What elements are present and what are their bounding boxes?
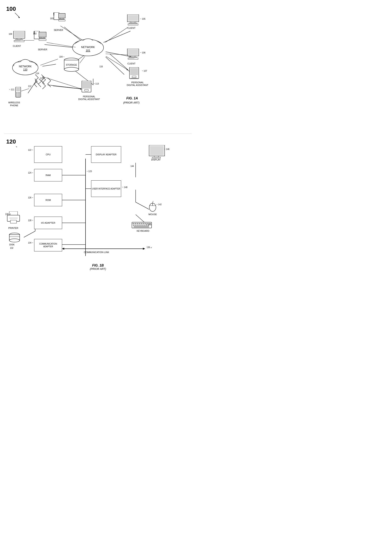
svg-rect-72	[129, 58, 130, 59]
svg-rect-58	[39, 39, 46, 41]
ref-105: ~ 105	[140, 18, 145, 20]
svg-rect-28	[129, 23, 136, 24]
ui-adapter-label: USER INTERFACE ADAPTER	[92, 187, 120, 190]
svg-rect-36	[135, 24, 135, 24]
svg-rect-166	[143, 225, 145, 226]
keyboard-label: KEYBOARD	[137, 229, 149, 232]
svg-line-137	[136, 215, 145, 223]
svg-rect-152	[133, 223, 134, 224]
client-106-icon	[126, 49, 140, 63]
svg-rect-169	[133, 226, 149, 227]
svg-rect-104	[18, 93, 19, 94]
svg-rect-48	[19, 41, 19, 41]
disk-label: DISK	[9, 243, 15, 246]
svg-rect-162	[135, 225, 137, 226]
svg-rect-157	[143, 223, 145, 224]
fig1b-diagram: 120 ↘	[4, 136, 192, 273]
mouse-icon	[148, 201, 157, 213]
cpu-box: CPU	[34, 146, 62, 163]
svg-rect-153	[135, 223, 136, 224]
svg-line-0	[15, 13, 20, 18]
comm-adapter-label: COMMUNICATION ADAPTER	[34, 242, 62, 248]
svg-line-140	[24, 231, 35, 237]
svg-rect-68	[131, 56, 135, 57]
svg-rect-103	[16, 93, 17, 94]
ref-140: ~ 140	[146, 223, 151, 226]
ref-104: 104 ~	[59, 56, 64, 58]
pda-113-icon	[81, 81, 94, 95]
server-103-label: SERVER	[54, 28, 63, 31]
ref-123: ~ 123	[87, 170, 92, 173]
svg-marker-119	[126, 69, 128, 70]
svg-rect-173	[9, 218, 18, 218]
ref-103: 103	[50, 17, 54, 20]
wireless-phone-label: WIRELESSPHONE	[8, 101, 20, 107]
ref-142: ~ 142	[156, 203, 161, 206]
ref-122: 122 ~	[28, 149, 33, 151]
printer-label: PRINTER	[8, 226, 18, 229]
svg-text:110: 110	[23, 68, 27, 71]
svg-rect-16	[54, 12, 59, 20]
svg-rect-21	[59, 14, 65, 18]
svg-point-79	[64, 67, 79, 71]
ram-box: RAM	[34, 169, 62, 181]
svg-rect-102	[19, 92, 20, 93]
fig1b-prior-art: (PRIOR ART)	[90, 267, 106, 270]
svg-rect-163	[137, 225, 139, 226]
svg-rect-49	[20, 41, 20, 41]
comm-link-label: COMMUNICATION LINK	[84, 251, 109, 254]
display-adapter-label: DISPLAY ADAPTER	[96, 153, 117, 156]
svg-text:STORAGE: STORAGE	[66, 63, 77, 66]
svg-rect-34	[133, 24, 133, 24]
svg-rect-154	[137, 223, 138, 224]
svg-rect-108	[19, 95, 20, 95]
svg-rect-57	[40, 38, 45, 39]
ref-144: 144	[130, 165, 134, 168]
svg-rect-26	[128, 15, 138, 21]
svg-rect-46	[17, 41, 17, 41]
ref-146: ~ 146	[164, 148, 169, 151]
svg-rect-164	[139, 225, 141, 226]
storage-icon: STORAGE	[62, 57, 81, 73]
svg-line-136	[136, 202, 149, 209]
svg-rect-41	[17, 38, 21, 39]
svg-rect-146	[154, 156, 158, 157]
svg-marker-1	[18, 17, 20, 18]
svg-rect-105	[19, 93, 20, 94]
client-106-label: CLIENT	[127, 62, 135, 65]
svg-rect-45	[15, 41, 16, 41]
ref-112: 112	[28, 85, 31, 88]
display-label: DISPLAY	[151, 158, 161, 161]
svg-line-3	[104, 31, 130, 42]
svg-rect-110	[18, 96, 19, 97]
svg-line-12	[42, 64, 56, 66]
svg-rect-69	[129, 57, 136, 58]
wireless-phone-icon	[14, 87, 23, 101]
svg-rect-22	[61, 18, 63, 19]
svg-line-5	[44, 44, 75, 48]
svg-rect-44	[14, 41, 15, 41]
server-102-label: SERVER	[38, 48, 47, 51]
svg-rect-165	[141, 225, 143, 226]
pda-113-label: PERSONALDIGITAL ASSISTANT	[78, 95, 100, 101]
svg-rect-156	[141, 223, 142, 224]
svg-rect-94	[82, 81, 91, 89]
ref-115: 115	[40, 77, 43, 80]
svg-rect-38	[137, 24, 137, 24]
svg-rect-67	[128, 49, 138, 55]
svg-rect-42	[15, 39, 23, 40]
ref-134: 134 ~	[28, 241, 33, 244]
svg-rect-172	[10, 220, 17, 223]
client-109-label: CLIENT	[13, 44, 21, 47]
ref-102: 102	[33, 32, 37, 35]
svg-line-120	[40, 59, 58, 65]
ram-label: RAM	[46, 174, 50, 177]
fig1a-diagram: 100	[4, 4, 192, 133]
svg-rect-101	[18, 92, 19, 93]
svg-rect-24	[59, 20, 65, 21]
svg-rect-18	[53, 14, 54, 14]
disk-icon	[8, 232, 21, 244]
io-adapter-label: I/O ADAPTER	[41, 221, 55, 224]
fig1a-caption: FIG. 1A	[126, 96, 138, 101]
cpu-label: CPU	[46, 153, 50, 156]
